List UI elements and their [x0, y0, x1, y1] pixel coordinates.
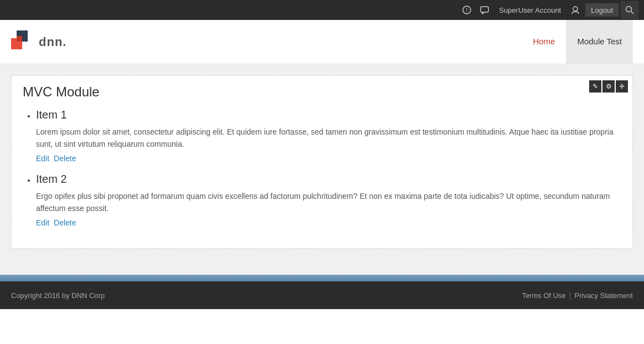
item-1-links: Edit Delete [36, 154, 621, 163]
content-area: ✎ ⚙ ✛ MVC Module Item 1 Lorem ipsum dolo… [0, 64, 644, 275]
copyright-text: Copyright 2016 by DNN Corp [11, 291, 105, 300]
item-1-title: Item 1 [36, 109, 621, 121]
item-1-body: Lorem ipsum dolor sit amet, consectetur … [36, 126, 621, 151]
list-item: Item 1 Lorem ipsum dolor sit amet, conse… [36, 109, 621, 163]
svg-rect-2 [481, 7, 488, 12]
terms-of-use-link[interactable]: Terms Of Use [522, 291, 565, 300]
item-2-title: Item 2 [36, 173, 621, 186]
logo-text: dnn. [39, 35, 66, 49]
item-2-edit-link[interactable]: Edit [36, 218, 49, 227]
svg-rect-8 [17, 36, 22, 42]
profile-icon[interactable] [568, 2, 583, 18]
privacy-statement-link[interactable]: Privacy Statement [575, 291, 633, 300]
logout-button[interactable]: Logout [585, 3, 619, 17]
search-icon[interactable] [621, 1, 638, 19]
module-toolbar: ✎ ⚙ ✛ [589, 80, 628, 93]
module-panel: ✎ ⚙ ✛ MVC Module Item 1 Lorem ipsum dolo… [11, 75, 633, 249]
separator-bar [0, 275, 644, 281]
main-nav: Home Module Test [522, 20, 633, 64]
list-item: Item 2 Ergo opifex plus sibi proponet ad… [36, 173, 621, 227]
item-list: Item 1 Lorem ipsum dolor sit amet, conse… [23, 109, 621, 227]
logo-icon [11, 30, 34, 54]
module-title: MVC Module [23, 84, 621, 100]
item-1-edit-link[interactable]: Edit [36, 154, 49, 163]
svg-point-3 [573, 7, 578, 11]
item-1-delete-link[interactable]: Delete [54, 154, 76, 163]
logo: dnn. [11, 30, 66, 54]
help-icon[interactable]: ! [459, 2, 475, 18]
top-bar: ! SuperUser Account Logout [0, 0, 644, 20]
settings-module-button[interactable]: ⚙ [602, 80, 615, 93]
svg-point-4 [626, 7, 632, 12]
nav-module-test[interactable]: Module Test [566, 20, 633, 64]
footer: Copyright 2016 by DNN Corp Terms Of Use … [0, 281, 644, 309]
chat-icon[interactable] [477, 2, 492, 18]
item-2-body: Ergo opifex plus sibi proponet ad formar… [36, 190, 621, 215]
move-module-button[interactable]: ✛ [616, 80, 628, 93]
top-bar-username[interactable]: SuperUser Account [494, 2, 565, 18]
item-2-delete-link[interactable]: Delete [54, 218, 76, 227]
svg-line-5 [631, 12, 634, 14]
header: dnn. Home Module Test [0, 20, 644, 64]
nav-home[interactable]: Home [522, 20, 566, 64]
edit-module-button[interactable]: ✎ [589, 80, 601, 93]
footer-links: Terms Of Use | Privacy Statement [522, 291, 633, 300]
svg-text:!: ! [466, 7, 468, 13]
item-2-links: Edit Delete [36, 218, 621, 227]
